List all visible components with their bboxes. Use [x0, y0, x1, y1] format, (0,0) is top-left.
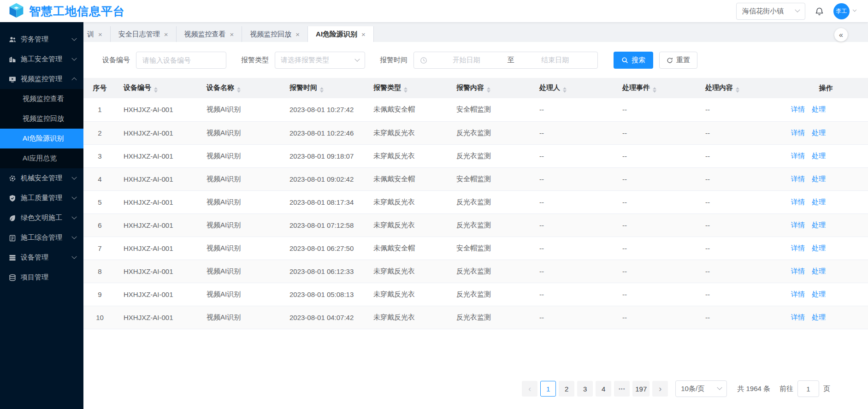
detail-link[interactable]: 详情 [791, 244, 805, 252]
sidebar-subitem-video-view[interactable]: 视频监控查看 [0, 89, 83, 109]
page-button-2[interactable]: 2 [559, 381, 574, 397]
tabbar: 训 × 安全日志管理 × 视频监控查看 × 视频监控回放 × AI危险源识别 ×… [83, 22, 868, 42]
detail-link[interactable]: 详情 [791, 290, 805, 298]
sort-icon[interactable] [320, 87, 324, 93]
date-range-picker[interactable]: 开始日期 至 结束日期 [413, 52, 598, 69]
range-separator: 至 [506, 56, 516, 65]
page-button-197[interactable]: 197 [632, 381, 650, 397]
sidebar-item-project-management[interactable]: 项目管理 [0, 267, 83, 287]
close-icon[interactable]: × [361, 31, 366, 38]
sidebar-item-green-civilized[interactable]: 绿色文明施工 [0, 208, 83, 228]
sort-icon[interactable] [404, 87, 407, 93]
close-icon[interactable]: × [98, 31, 102, 38]
tab-ai-hazard-recognition[interactable]: AI危险源识别 × [308, 26, 374, 42]
detail-link[interactable]: 详情 [791, 221, 805, 229]
close-icon[interactable]: × [164, 31, 168, 38]
handle-link[interactable]: 处理 [812, 105, 826, 113]
detail-link[interactable]: 详情 [791, 313, 805, 321]
sort-icon[interactable] [154, 87, 158, 93]
page-button-3[interactable]: 3 [577, 381, 593, 397]
sidebar-item-comprehensive-management[interactable]: 施工综合管理 [0, 228, 83, 248]
sort-icon[interactable] [653, 87, 656, 93]
app-logo-icon [8, 2, 24, 20]
col-handle-content[interactable]: 处理内容 [698, 78, 784, 98]
sidebar-item-construction-safety[interactable]: 施工安全管理 [0, 49, 83, 69]
page-button-1[interactable]: 1 [540, 381, 556, 397]
quality-icon [9, 195, 16, 202]
col-alarm-type[interactable]: 报警类型 [366, 78, 449, 98]
handle-link[interactable]: 处理 [812, 221, 826, 229]
handle-link[interactable]: 处理 [812, 244, 826, 252]
handle-link[interactable]: 处理 [812, 152, 826, 160]
cell-handle-event: -- [615, 190, 698, 213]
sidebar-item-quality-management[interactable]: 施工质量管理 [0, 188, 83, 208]
handle-link[interactable]: 处理 [812, 175, 826, 183]
sort-icon[interactable] [487, 87, 490, 93]
sidebar-subitem-ai-hazard-recognition[interactable]: AI危险源识别 [0, 129, 83, 148]
goto-page-input[interactable] [797, 380, 819, 397]
tab-training[interactable]: 训 × [83, 26, 111, 42]
sidebar-subitem-video-playback[interactable]: 视频监控回放 [0, 109, 83, 129]
user-menu[interactable]: 李工 [833, 3, 856, 19]
tab-video-playback[interactable]: 视频监控回放 × [242, 26, 308, 42]
sidebar-item-labor-management[interactable]: 劳务管理 [0, 30, 83, 49]
col-index: 序号 [83, 78, 116, 98]
cell-actions: 详情处理 [784, 213, 868, 237]
cell-device-name: 视频AI识别 [199, 283, 282, 306]
tab-safety-log[interactable]: 安全日志管理 × [111, 26, 177, 42]
page-size-select[interactable]: 10条/页 [675, 380, 727, 397]
main-layout: 劳务管理 施工安全管理 视频监控管理 视频监控查看 视频监控回放 [0, 22, 868, 409]
close-icon[interactable]: × [295, 31, 300, 38]
more-pages-icon[interactable]: ••• [614, 381, 630, 397]
handle-link[interactable]: 处理 [812, 290, 826, 298]
page-button-4[interactable]: 4 [596, 381, 611, 397]
cell-handler: -- [532, 121, 615, 144]
sidebar-item-video-monitoring[interactable]: 视频监控管理 [0, 69, 83, 89]
tab-video-view[interactable]: 视频监控查看 × [177, 26, 242, 42]
sidebar-item-label: 施工综合管理 [21, 233, 68, 242]
detail-link[interactable]: 详情 [791, 152, 805, 160]
project-select[interactable]: 海信花街小镇 [736, 3, 805, 20]
handle-link[interactable]: 处理 [812, 129, 826, 136]
cell-alarm-time: 2023-08-01 05:08:13 [282, 283, 366, 306]
chevron-up-icon [71, 77, 77, 82]
table-body: 1 HXHJXZ-AI-001 视频AI识别 2023-08-01 10:27:… [83, 98, 868, 329]
handle-link[interactable]: 处理 [812, 198, 826, 206]
machine-icon [9, 175, 16, 182]
col-device-no[interactable]: 设备编号 [116, 78, 199, 98]
col-alarm-content[interactable]: 报警内容 [449, 78, 532, 98]
close-icon[interactable]: × [230, 31, 234, 38]
alarm-type-select[interactable]: 请选择报警类型 [275, 52, 365, 69]
cell-alarm-type: 未穿戴反光衣 [366, 213, 449, 237]
sidebar-subitem-ai-overview[interactable]: AI应用总览 [0, 148, 83, 168]
detail-link[interactable]: 详情 [791, 175, 805, 183]
col-handler[interactable]: 处理人 [532, 78, 615, 98]
collapse-tabs-button[interactable]: « [834, 28, 848, 41]
table-row: 3 HXHJXZ-AI-001 视频AI识别 2023-08-01 09:18:… [83, 144, 868, 167]
next-page-button[interactable]: › [652, 381, 668, 397]
col-handle-event[interactable]: 处理事件 [615, 78, 698, 98]
col-alarm-time[interactable]: 报警时间 [282, 78, 366, 98]
sidebar-item-machinery-safety[interactable]: 机械安全管理 [0, 168, 83, 188]
cell-index: 7 [83, 237, 116, 260]
handle-link[interactable]: 处理 [812, 313, 826, 321]
col-device-name[interactable]: 设备名称 [199, 78, 282, 98]
search-button[interactable]: 搜索 [614, 52, 653, 69]
device-no-input[interactable] [136, 52, 226, 69]
cell-device-name: 视频AI识别 [199, 306, 282, 329]
handle-link[interactable]: 处理 [812, 267, 826, 275]
notification-bell-icon[interactable] [815, 6, 824, 16]
detail-link[interactable]: 详情 [791, 267, 805, 275]
reset-button[interactable]: 重置 [659, 52, 697, 69]
detail-link[interactable]: 详情 [791, 198, 805, 206]
sort-icon[interactable] [563, 87, 567, 93]
prev-page-button[interactable]: ‹ [522, 381, 537, 397]
cell-handler: -- [532, 213, 615, 237]
detail-link[interactable]: 详情 [791, 105, 805, 113]
sort-icon[interactable] [736, 87, 739, 93]
sidebar-item-device-management[interactable]: 设备管理 [0, 248, 83, 267]
filter-alarm-time: 报警时间 开始日期 至 结束日期 [380, 52, 598, 69]
detail-link[interactable]: 详情 [791, 129, 805, 136]
cell-device-name: 视频AI识别 [199, 98, 282, 121]
sort-icon[interactable] [237, 87, 241, 93]
